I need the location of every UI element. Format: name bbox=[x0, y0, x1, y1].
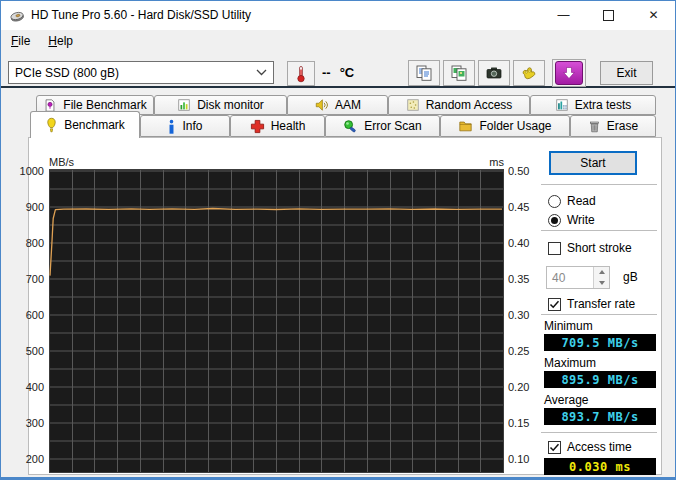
tab-label: Random Access bbox=[426, 98, 513, 112]
exit-label: Exit bbox=[616, 66, 636, 80]
y-axis-unit-label: MB/s bbox=[49, 156, 74, 168]
write-radio-row[interactable]: Write bbox=[548, 213, 595, 227]
spin-down-button[interactable] bbox=[594, 278, 609, 289]
minimize-button[interactable]: — bbox=[541, 0, 586, 30]
y-tick-label: 500 bbox=[14, 344, 44, 358]
info-icon bbox=[167, 119, 176, 134]
read-radio-row[interactable]: Read bbox=[548, 194, 596, 208]
camera-icon bbox=[485, 64, 503, 82]
access-time-row[interactable]: Access time bbox=[548, 440, 632, 454]
write-label: Write bbox=[567, 213, 595, 227]
benchmark-icon bbox=[45, 117, 58, 134]
tab-row-primary: Benchmark Info Health Error Scan Folder … bbox=[30, 115, 656, 137]
maximum-value: 895.9 MB/s bbox=[544, 371, 656, 388]
tab-folder-usage[interactable]: Folder Usage bbox=[440, 115, 570, 137]
checkmark-icon bbox=[549, 442, 560, 453]
menu-help[interactable]: Help bbox=[39, 32, 82, 50]
extra-tests-icon bbox=[555, 98, 569, 112]
y-tick-label: 800 bbox=[14, 236, 44, 250]
benchmark-panel: MB/s ms 1000900800700600500400300200 0.5… bbox=[28, 137, 662, 475]
temperature-value: -- bbox=[322, 65, 331, 80]
y2-tick-label: 0.45 bbox=[508, 200, 529, 214]
tab-info[interactable]: Info bbox=[140, 115, 230, 137]
capacity-spinner[interactable]: 40 bbox=[546, 266, 610, 289]
temperature-button[interactable] bbox=[287, 61, 315, 86]
temperature-readout: -- °C bbox=[322, 65, 354, 80]
maximum-label: Maximum bbox=[544, 356, 596, 370]
tab-label: Info bbox=[182, 119, 202, 133]
y-tick-label: 700 bbox=[14, 272, 44, 286]
start-button[interactable]: Start bbox=[549, 151, 637, 175]
close-button[interactable]: ✕ bbox=[631, 0, 676, 30]
y2-tick-label: 0.15 bbox=[508, 416, 529, 430]
tab-disk-monitor[interactable]: Disk monitor bbox=[154, 95, 287, 115]
tab-erase[interactable]: Erase bbox=[570, 115, 656, 137]
health-cross-icon bbox=[250, 119, 265, 134]
access-time-checkbox[interactable] bbox=[548, 441, 561, 454]
temperature-unit: °C bbox=[340, 65, 355, 80]
exit-button[interactable]: Exit bbox=[600, 61, 653, 85]
divider bbox=[541, 432, 657, 433]
tab-random-access[interactable]: Random Access bbox=[388, 95, 530, 115]
start-label: Start bbox=[580, 156, 605, 170]
short-stroke-row[interactable]: Short stroke bbox=[548, 241, 632, 255]
spinner-buttons bbox=[593, 267, 609, 288]
spin-down-icon bbox=[599, 281, 605, 285]
download-icon bbox=[555, 61, 583, 85]
window-title: HD Tune Pro 5.60 - Hard Disk/SSD Utility bbox=[31, 8, 251, 22]
speaker-icon bbox=[314, 98, 329, 112]
y-tick-label: 600 bbox=[14, 308, 44, 322]
tab-label: AAM bbox=[335, 98, 361, 112]
tab-label: Folder Usage bbox=[479, 119, 551, 133]
access-time-label: Access time bbox=[567, 440, 632, 454]
short-stroke-label: Short stroke bbox=[567, 241, 632, 255]
minimize-icon: — bbox=[558, 8, 570, 22]
tab-label: Extra tests bbox=[575, 98, 632, 112]
tab-extra-tests[interactable]: Extra tests bbox=[530, 95, 656, 115]
folder-icon bbox=[458, 119, 473, 133]
drive-select-dropdown[interactable]: PCIe SSD (800 gB) bbox=[8, 61, 274, 84]
capacity-value: 40 bbox=[547, 267, 593, 288]
trash-icon bbox=[588, 119, 601, 134]
short-stroke-checkbox[interactable] bbox=[548, 242, 561, 255]
transfer-rate-checkbox[interactable] bbox=[548, 298, 561, 311]
screenshot-button[interactable] bbox=[478, 60, 510, 86]
tab-error-scan[interactable]: Error Scan bbox=[325, 115, 440, 137]
y2-tick-label: 0.50 bbox=[508, 164, 529, 178]
y2-tick-label: 0.20 bbox=[508, 380, 529, 394]
minimum-value: 709.5 MB/s bbox=[544, 334, 656, 351]
access-time-value: 0.030 ms bbox=[544, 458, 656, 475]
read-label: Read bbox=[567, 194, 596, 208]
y2-tick-label: 0.40 bbox=[508, 236, 529, 250]
transfer-rate-row[interactable]: Transfer rate bbox=[548, 297, 635, 311]
tab-benchmark[interactable]: Benchmark bbox=[30, 111, 140, 138]
minimum-label: Minimum bbox=[544, 319, 593, 333]
magnifier-icon bbox=[343, 119, 358, 134]
hand-button[interactable] bbox=[513, 60, 545, 86]
capacity-unit-label: gB bbox=[623, 270, 638, 284]
maximize-icon bbox=[603, 10, 614, 21]
y-tick-label: 400 bbox=[14, 380, 44, 394]
checkmark-icon bbox=[549, 299, 560, 310]
y2-tick-label: 0.35 bbox=[508, 272, 529, 286]
read-radio[interactable] bbox=[548, 195, 561, 208]
tab-label: Disk monitor bbox=[197, 98, 264, 112]
benchmark-plot bbox=[49, 169, 504, 473]
spin-up-button[interactable] bbox=[594, 267, 609, 278]
drive-select-value: PCIe SSD (800 gB) bbox=[15, 66, 119, 80]
menu-file[interactable]: File bbox=[2, 32, 39, 50]
copy-text-button[interactable] bbox=[408, 60, 440, 86]
tab-aam[interactable]: AAM bbox=[287, 95, 388, 115]
download-button[interactable] bbox=[552, 59, 586, 87]
tab-health[interactable]: Health bbox=[230, 115, 325, 137]
maximize-button[interactable] bbox=[586, 0, 631, 30]
y2-axis-unit-label: ms bbox=[469, 156, 504, 168]
tab-label: File Benchmark bbox=[63, 98, 146, 112]
hand-icon bbox=[520, 64, 538, 82]
app-window: HD Tune Pro 5.60 - Hard Disk/SSD Utility… bbox=[0, 0, 676, 480]
copy-image-icon bbox=[450, 64, 468, 82]
write-radio[interactable] bbox=[548, 214, 561, 227]
y-tick-label: 1000 bbox=[14, 164, 44, 178]
copy-image-button[interactable] bbox=[443, 60, 475, 86]
divider bbox=[541, 184, 657, 185]
